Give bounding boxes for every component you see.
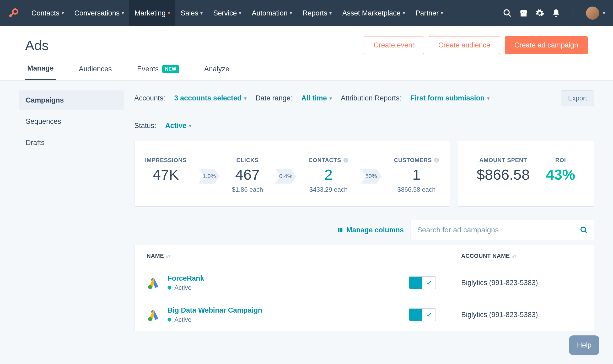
svg-line-5 [508,14,511,17]
main-content: Accounts: 3 accounts selected▾ Date rang… [134,90,594,331]
gear-icon[interactable] [535,9,544,18]
nav-marketing[interactable]: Marketing▾ [129,0,175,26]
hubspot-logo-icon[interactable] [8,8,18,18]
sidebar-item-campaigns[interactable]: Campaigns [19,90,124,110]
nav-utility-icons: ▾ [503,7,605,20]
chevron-down-icon: ▾ [290,10,292,16]
campaign-name-link[interactable]: Big Data Webinar Campaign [168,306,262,314]
column-header-name[interactable]: NAME▴▾ [147,253,409,259]
chevron-down-icon: ▾ [189,123,191,129]
sidebar-item-sequences[interactable]: Sequences [19,112,124,131]
divider [573,7,573,19]
chevron-down-icon: ▾ [122,10,124,16]
nav-reports[interactable]: Reports▾ [297,0,337,26]
funnel-arrow: 0.4% [275,169,296,184]
chevron-down-icon: ▾ [239,10,241,16]
svg-text:i: i [436,158,437,162]
metrics-row: IMPRESSIONS 47K 1.0% CLICKS 467 $1.86 ea… [134,141,594,207]
tab-manage[interactable]: Manage [25,64,56,80]
info-icon[interactable]: i [434,158,439,163]
page-title: Ads [25,38,49,53]
check-icon [426,312,432,317]
avatar [586,7,599,20]
nav-automation[interactable]: Automation▾ [246,0,297,26]
svg-rect-11 [338,228,339,232]
campaign-name-link[interactable]: ForceRank [168,274,204,282]
create-audience-button[interactable]: Create audience [429,36,500,54]
sidebar-item-drafts[interactable]: Drafts [19,133,124,153]
manage-columns-button[interactable]: Manage columns [337,226,404,234]
nav-sales[interactable]: Sales▾ [175,0,208,26]
sort-icon: ▴▾ [166,254,170,259]
chevron-down-icon: ▾ [441,10,443,16]
new-badge: NEW [162,65,179,73]
tab-audiences[interactable]: Audiences [77,64,114,80]
chevron-down-icon: ▾ [329,10,332,16]
create-event-button[interactable]: Create event [364,36,424,54]
funnel-arrow: 50% [361,169,382,184]
sidebar: Campaigns Sequences Drafts [19,90,124,331]
nav-service[interactable]: Service▾ [208,0,246,26]
chevron-down-icon: ▾ [403,10,405,16]
chevron-down-icon: ▾ [62,10,64,16]
filter-status-dropdown[interactable]: Active▾ [165,122,191,130]
svg-line-15 [585,231,587,233]
svg-point-14 [581,227,586,232]
search-wrap [411,220,594,240]
funnel-arrow: 1.0% [199,169,220,184]
chevron-down-icon: ▾ [200,10,203,16]
metric-roi: ROI 43% [546,157,575,183]
help-button[interactable]: Help [569,335,599,355]
create-ad-campaign-button[interactable]: Create ad campaign [505,36,588,54]
nav-links: Contacts▾ Conversations▾ Marketing▾ Sale… [26,0,448,26]
account-name: Biglytics (991-823-5383) [461,279,582,287]
filter-accounts-dropdown[interactable]: 3 accounts selected▾ [174,94,247,102]
status-dot-icon [168,318,171,322]
search-input[interactable] [411,220,594,240]
column-header-account[interactable]: ACCOUNT NAME▴▾ [461,253,582,259]
tabs: Manage Audiences EventsNEW Analyze [25,64,588,80]
marketplace-icon[interactable] [519,9,528,18]
chevron-down-icon: ▾ [330,95,332,101]
account-menu[interactable]: ▾ [586,7,605,20]
metric-clicks: CLICKS 467 $1.86 each [232,157,263,193]
campaign-toggle[interactable] [409,276,436,289]
chevron-down-icon: ▾ [603,10,605,16]
search-icon[interactable] [580,226,588,234]
svg-rect-6 [521,13,527,17]
spend-card: AMOUNT SPENT $866.58 ROI 43% [458,141,594,207]
filter-bar: Accounts: 3 accounts selected▾ Date rang… [134,90,594,130]
campaigns-table: NAME▴▾ ACCOUNT NAME▴▾ ForceRank Active [134,245,594,331]
page-header: Ads Create event Create audience Create … [0,26,613,81]
table-row: Big Data Webinar Campaign Active Biglyti… [135,299,594,331]
bell-icon[interactable] [552,9,561,18]
search-icon[interactable] [503,9,512,18]
svg-point-4 [504,10,509,15]
columns-icon [337,227,343,233]
tab-events[interactable]: EventsNEW [135,64,181,80]
google-ads-icon [147,308,161,322]
svg-point-17 [148,317,152,321]
tab-analyze[interactable]: Analyze [202,64,232,80]
svg-rect-12 [340,228,341,232]
nav-asset-marketplace[interactable]: Asset Marketplace▾ [337,0,410,26]
export-button[interactable]: Export [561,90,594,106]
campaign-toggle[interactable] [409,308,436,321]
nav-contacts[interactable]: Contacts▾ [26,0,69,26]
status-dot-icon [168,286,171,290]
metric-impressions: IMPRESSIONS 47K [145,157,186,183]
filter-attribution-dropdown[interactable]: First form submission▾ [410,94,490,102]
table-header-row: NAME▴▾ ACCOUNT NAME▴▾ [135,245,594,267]
filter-date-dropdown[interactable]: All time▾ [301,94,332,102]
funnel-card: IMPRESSIONS 47K 1.0% CLICKS 467 $1.86 ea… [134,141,450,207]
svg-line-2 [10,13,14,16]
nav-partner[interactable]: Partner▾ [410,0,449,26]
chevron-down-icon: ▾ [244,95,246,101]
info-icon[interactable]: i [343,158,348,163]
filter-date-label: Date range: [255,94,292,102]
nav-conversations[interactable]: Conversations▾ [69,0,130,26]
campaign-status: Active [168,316,262,323]
svg-text:i: i [345,158,346,162]
google-ads-icon [147,276,161,290]
metric-contacts: CONTACTSi 2 $433.29 each [308,157,348,193]
